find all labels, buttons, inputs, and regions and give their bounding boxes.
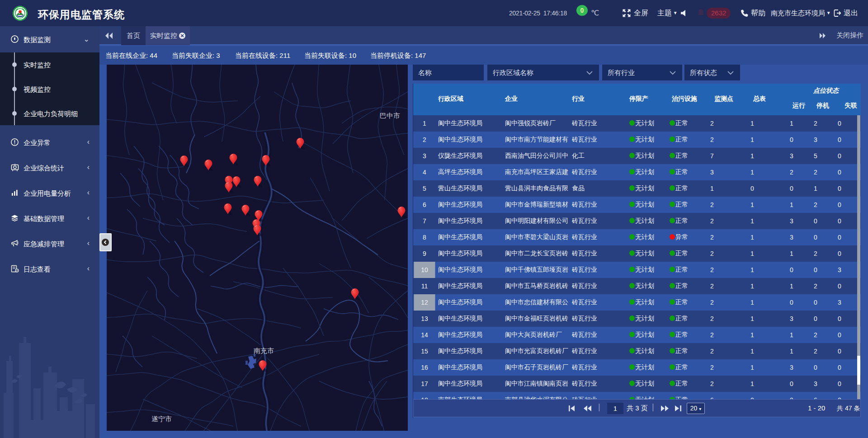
- svg-text:遂宁市: 遂宁市: [151, 415, 172, 423]
- svg-text:南充市: 南充市: [254, 347, 274, 354]
- svg-text:巴中市: 巴中市: [380, 112, 400, 119]
